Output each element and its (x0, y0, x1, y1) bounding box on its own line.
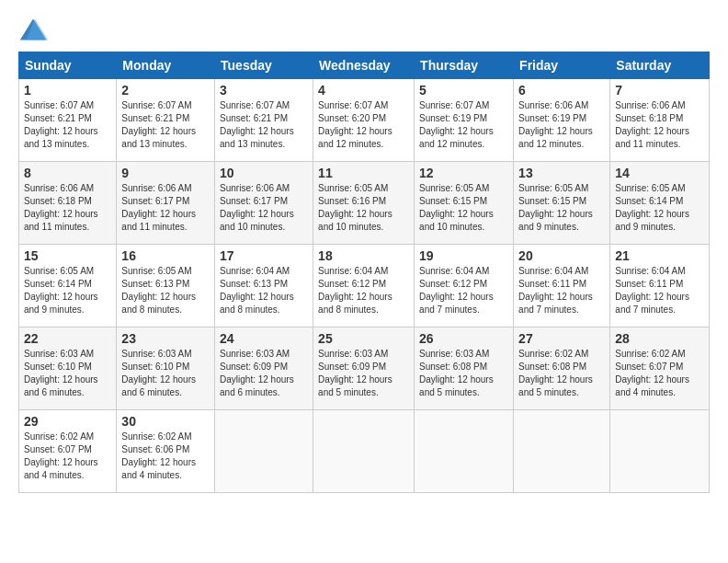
day-info: Sunrise: 6:04 AM Sunset: 6:11 PM Dayligh… (518, 265, 605, 316)
day-number: 25 (318, 331, 409, 346)
calendar-cell: 21 Sunrise: 6:04 AM Sunset: 6:11 PM Dayl… (610, 245, 710, 327)
calendar-cell (215, 410, 313, 493)
day-info: Sunrise: 6:02 AM Sunset: 6:08 PM Dayligh… (518, 348, 605, 399)
day-number: 9 (121, 166, 210, 180)
day-info: Sunrise: 6:06 AM Sunset: 6:19 PM Dayligh… (518, 99, 605, 151)
day-info: Sunrise: 6:05 AM Sunset: 6:15 PM Dayligh… (518, 182, 605, 234)
day-info: Sunrise: 6:05 AM Sunset: 6:13 PM Dayligh… (121, 265, 210, 316)
calendar-cell (313, 410, 415, 493)
page: SundayMondayTuesdayWednesdayThursdayFrid… (0, 0, 728, 502)
calendar-cell: 15 Sunrise: 6:05 AM Sunset: 6:14 PM Dayl… (19, 245, 117, 327)
day-info: Sunrise: 6:07 AM Sunset: 6:20 PM Dayligh… (318, 99, 409, 151)
logo-icon (18, 17, 48, 42)
day-info: Sunrise: 6:05 AM Sunset: 6:15 PM Dayligh… (419, 182, 508, 234)
logo (18, 17, 50, 42)
day-info: Sunrise: 6:06 AM Sunset: 6:17 PM Dayligh… (121, 182, 210, 234)
calendar-cell: 17 Sunrise: 6:04 AM Sunset: 6:13 PM Dayl… (215, 245, 313, 327)
day-number: 11 (318, 166, 409, 180)
day-number: 17 (220, 248, 308, 263)
day-number: 20 (518, 248, 605, 263)
calendar-cell: 14 Sunrise: 6:05 AM Sunset: 6:14 PM Dayl… (610, 162, 710, 245)
weekday-header-saturday: Saturday (610, 52, 710, 79)
day-number: 6 (518, 83, 605, 98)
day-number: 3 (220, 83, 308, 98)
day-info: Sunrise: 6:06 AM Sunset: 6:18 PM Dayligh… (24, 182, 111, 234)
week-row-3: 15 Sunrise: 6:05 AM Sunset: 6:14 PM Dayl… (19, 245, 710, 327)
day-number: 24 (220, 331, 308, 346)
day-info: Sunrise: 6:03 AM Sunset: 6:09 PM Dayligh… (318, 348, 409, 399)
day-info: Sunrise: 6:04 AM Sunset: 6:12 PM Dayligh… (318, 265, 409, 316)
day-number: 13 (518, 166, 605, 180)
weekday-header-friday: Friday (514, 52, 610, 79)
day-number: 2 (121, 83, 210, 98)
calendar-cell: 29 Sunrise: 6:02 AM Sunset: 6:07 PM Dayl… (19, 410, 117, 493)
day-number: 12 (419, 166, 508, 180)
calendar-cell: 8 Sunrise: 6:06 AM Sunset: 6:18 PM Dayli… (19, 162, 117, 245)
day-number: 18 (318, 248, 409, 263)
weekday-header-row: SundayMondayTuesdayWednesdayThursdayFrid… (19, 52, 710, 79)
calendar-table: SundayMondayTuesdayWednesdayThursdayFrid… (18, 52, 710, 493)
calendar-cell: 28 Sunrise: 6:02 AM Sunset: 6:07 PM Dayl… (610, 327, 710, 410)
weekday-header-wednesday: Wednesday (313, 52, 415, 79)
calendar-cell: 6 Sunrise: 6:06 AM Sunset: 6:19 PM Dayli… (514, 79, 610, 162)
calendar-cell: 18 Sunrise: 6:04 AM Sunset: 6:12 PM Dayl… (313, 245, 415, 327)
day-info: Sunrise: 6:02 AM Sunset: 6:06 PM Dayligh… (121, 431, 210, 482)
calendar-cell: 13 Sunrise: 6:05 AM Sunset: 6:15 PM Dayl… (514, 162, 610, 245)
day-number: 29 (24, 414, 111, 429)
day-number: 8 (24, 166, 111, 180)
week-row-5: 29 Sunrise: 6:02 AM Sunset: 6:07 PM Dayl… (19, 410, 710, 493)
calendar-cell: 11 Sunrise: 6:05 AM Sunset: 6:16 PM Dayl… (313, 162, 415, 245)
day-info: Sunrise: 6:07 AM Sunset: 6:21 PM Dayligh… (121, 99, 210, 151)
day-info: Sunrise: 6:04 AM Sunset: 6:13 PM Dayligh… (220, 265, 308, 316)
calendar-cell: 1 Sunrise: 6:07 AM Sunset: 6:21 PM Dayli… (19, 79, 117, 162)
day-number: 15 (24, 248, 111, 263)
week-row-1: 1 Sunrise: 6:07 AM Sunset: 6:21 PM Dayli… (19, 79, 710, 162)
calendar-cell: 25 Sunrise: 6:03 AM Sunset: 6:09 PM Dayl… (313, 327, 415, 410)
day-number: 22 (24, 331, 111, 346)
calendar-cell: 19 Sunrise: 6:04 AM Sunset: 6:12 PM Dayl… (415, 245, 514, 327)
calendar-cell: 30 Sunrise: 6:02 AM Sunset: 6:06 PM Dayl… (117, 410, 215, 493)
calendar-cell: 22 Sunrise: 6:03 AM Sunset: 6:10 PM Dayl… (19, 327, 117, 410)
week-row-2: 8 Sunrise: 6:06 AM Sunset: 6:18 PM Dayli… (19, 162, 710, 245)
calendar-cell: 27 Sunrise: 6:02 AM Sunset: 6:08 PM Dayl… (514, 327, 610, 410)
day-number: 27 (518, 331, 605, 346)
day-info: Sunrise: 6:05 AM Sunset: 6:14 PM Dayligh… (615, 182, 704, 234)
day-info: Sunrise: 6:04 AM Sunset: 6:12 PM Dayligh… (419, 265, 508, 316)
calendar-cell: 5 Sunrise: 6:07 AM Sunset: 6:19 PM Dayli… (415, 79, 514, 162)
header (18, 17, 710, 42)
day-info: Sunrise: 6:03 AM Sunset: 6:10 PM Dayligh… (121, 348, 210, 399)
day-number: 1 (24, 83, 111, 98)
day-number: 28 (615, 331, 704, 346)
day-number: 19 (419, 248, 508, 263)
day-number: 16 (121, 248, 210, 263)
day-info: Sunrise: 6:05 AM Sunset: 6:16 PM Dayligh… (318, 182, 409, 234)
day-number: 7 (615, 83, 704, 98)
day-number: 23 (121, 331, 210, 346)
day-number: 10 (220, 166, 308, 180)
calendar-cell: 7 Sunrise: 6:06 AM Sunset: 6:18 PM Dayli… (610, 79, 710, 162)
calendar-cell: 2 Sunrise: 6:07 AM Sunset: 6:21 PM Dayli… (117, 79, 215, 162)
day-number: 14 (615, 166, 704, 180)
calendar-cell (514, 410, 610, 493)
day-info: Sunrise: 6:05 AM Sunset: 6:14 PM Dayligh… (24, 265, 111, 316)
day-info: Sunrise: 6:03 AM Sunset: 6:09 PM Dayligh… (220, 348, 308, 399)
day-info: Sunrise: 6:07 AM Sunset: 6:19 PM Dayligh… (419, 99, 508, 151)
day-number: 21 (615, 248, 704, 263)
calendar-cell: 10 Sunrise: 6:06 AM Sunset: 6:17 PM Dayl… (215, 162, 313, 245)
calendar-cell: 20 Sunrise: 6:04 AM Sunset: 6:11 PM Dayl… (514, 245, 610, 327)
day-number: 5 (419, 83, 508, 98)
week-row-4: 22 Sunrise: 6:03 AM Sunset: 6:10 PM Dayl… (19, 327, 710, 410)
day-info: Sunrise: 6:06 AM Sunset: 6:17 PM Dayligh… (220, 182, 308, 234)
calendar-cell: 26 Sunrise: 6:03 AM Sunset: 6:08 PM Dayl… (415, 327, 514, 410)
day-info: Sunrise: 6:06 AM Sunset: 6:18 PM Dayligh… (615, 99, 704, 151)
weekday-header-thursday: Thursday (415, 52, 514, 79)
calendar-cell (415, 410, 514, 493)
calendar-cell: 23 Sunrise: 6:03 AM Sunset: 6:10 PM Dayl… (117, 327, 215, 410)
calendar-cell: 3 Sunrise: 6:07 AM Sunset: 6:21 PM Dayli… (215, 79, 313, 162)
day-info: Sunrise: 6:03 AM Sunset: 6:10 PM Dayligh… (24, 348, 111, 399)
weekday-header-sunday: Sunday (19, 52, 117, 79)
weekday-header-tuesday: Tuesday (215, 52, 313, 79)
day-info: Sunrise: 6:07 AM Sunset: 6:21 PM Dayligh… (24, 99, 111, 151)
day-info: Sunrise: 6:02 AM Sunset: 6:07 PM Dayligh… (24, 431, 111, 482)
calendar-cell: 16 Sunrise: 6:05 AM Sunset: 6:13 PM Dayl… (117, 245, 215, 327)
